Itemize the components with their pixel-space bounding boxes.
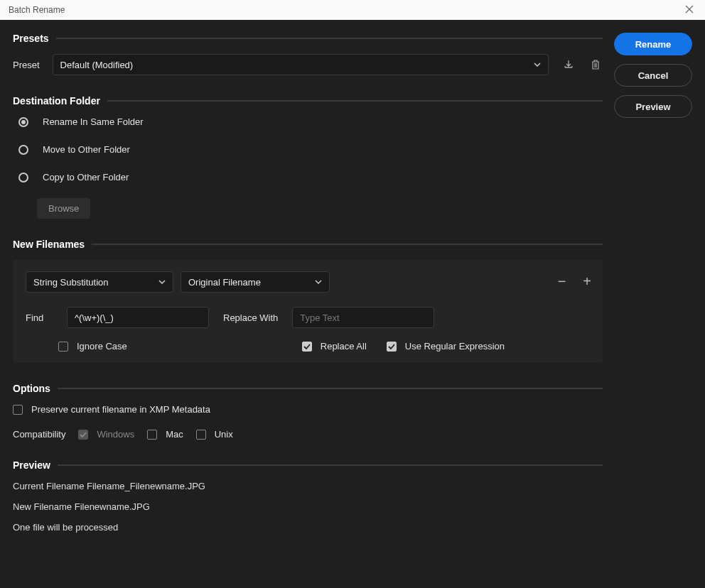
checkbox-icon [78,430,88,440]
add-rule-icon[interactable]: + [583,274,591,288]
left-column: Presets Preset Default (Modified) [13,33,603,543]
checkbox-icon [13,405,23,415]
replace-all-checkbox[interactable]: Replace All [302,341,367,352]
remove-rule-icon[interactable]: − [558,274,566,288]
checkbox-icon [196,430,206,440]
filenames-heading: New Filenames [13,239,85,250]
divider [92,244,603,245]
preview-new: New Filename Filenewname.JPG [13,501,603,512]
checkbox-label: Preserve current filename in XMP Metadat… [31,404,210,415]
preview-count: One file will be processed [13,522,603,533]
replace-label: Replace With [223,312,278,323]
browse-button[interactable]: Browse [37,198,90,219]
preset-label: Preset [13,60,40,70]
find-input[interactable] [67,307,209,328]
presets-section: Presets Preset Default (Modified) [13,33,603,75]
filename-rule-block: String Substitution Original Filename − … [13,260,603,363]
checkbox-label: Mac [166,429,183,440]
filenames-section: New Filenames String Substitution Origin… [13,239,603,363]
chevron-down-icon [158,280,166,284]
replace-input[interactable] [292,307,434,328]
preview-heading: Preview [13,459,50,471]
delete-preset-icon[interactable] [588,58,603,72]
checkbox-icon [387,342,397,352]
divider [107,100,603,102]
preset-value: Default (Modified) [60,60,134,70]
cancel-button[interactable]: Cancel [614,64,692,87]
compat-windows-checkbox: Windows [78,429,134,440]
use-regex-checkbox[interactable]: Use Regular Expression [387,341,505,352]
radio-icon [18,145,28,155]
checkbox-icon [147,430,157,440]
radio-label: Move to Other Folder [43,144,130,155]
radio-copy-other[interactable]: Copy to Other Folder [18,172,603,183]
compat-mac-checkbox[interactable]: Mac [147,429,183,440]
ignore-case-checkbox[interactable]: Ignore Case [58,341,127,352]
destination-section: Destination Folder Rename In Same Folder… [13,95,603,219]
checkbox-icon [58,342,68,352]
checkbox-label: Unix [215,429,233,440]
preview-section: Preview Current Filename Filename_Filene… [13,459,603,533]
compat-unix-checkbox[interactable]: Unix [196,429,233,440]
source-value: Original Filename [188,277,261,288]
window-titlebar: Batch Rename [0,0,705,20]
preserve-xmp-checkbox[interactable]: Preserve current filename in XMP Metadat… [13,404,603,415]
options-section: Options Preserve current filename in XMP… [13,383,603,440]
checkbox-label: Ignore Case [77,341,127,352]
checkbox-label: Use Regular Expression [405,341,505,352]
preview-button[interactable]: Preview [614,95,692,118]
close-icon[interactable] [682,1,696,18]
radio-icon [18,173,28,183]
compatibility-label: Compatibility [13,429,65,440]
find-label: Find [26,312,53,323]
divider [56,38,603,39]
divider [58,464,603,466]
divider [58,388,603,389]
chevron-down-icon [534,62,541,67]
dialog-body: Presets Preset Default (Modified) [0,20,705,555]
rule-type-select[interactable]: String Substitution [26,271,173,293]
checkbox-label: Windows [97,429,134,440]
rename-button[interactable]: Rename [614,33,692,55]
window-title: Batch Rename [9,5,65,15]
radio-move-other[interactable]: Move to Other Folder [18,144,603,155]
chevron-down-icon [315,280,322,284]
radio-icon [18,117,28,127]
source-select[interactable]: Original Filename [181,271,330,293]
action-column: Rename Cancel Preview [614,33,692,543]
checkbox-icon [302,342,312,352]
rule-type-value: String Substitution [33,277,109,288]
destination-heading: Destination Folder [13,95,100,107]
checkbox-label: Replace All [321,341,367,352]
radio-label: Rename In Same Folder [43,116,144,127]
preset-select[interactable]: Default (Modified) [53,54,549,75]
preview-current: Current Filename Filename_Filenewname.JP… [13,481,603,491]
presets-heading: Presets [13,33,49,44]
radio-label: Copy to Other Folder [43,172,129,183]
save-preset-icon[interactable] [561,58,576,72]
radio-rename-same[interactable]: Rename In Same Folder [18,116,603,127]
options-heading: Options [13,383,50,394]
